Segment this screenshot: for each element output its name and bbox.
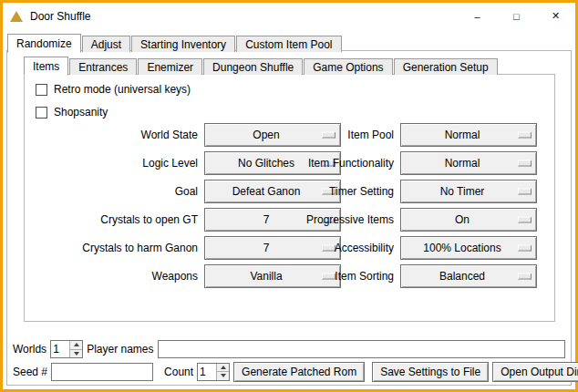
retro-mode-row: Retro mode (universal keys): [36, 82, 191, 97]
inner-tab-bar: Items Entrances Enemizer Dungeon Shuffle…: [24, 56, 499, 75]
count-input[interactable]: [198, 364, 216, 380]
player-names-label: Player names: [87, 343, 153, 356]
maximize-button[interactable]: □: [497, 3, 536, 29]
count-spinner: [197, 363, 230, 381]
option-row: Logic Level No Glitches Item Functionali…: [25, 151, 554, 175]
window-title: Door Shuffle: [30, 10, 91, 23]
worlds-spin-up-button[interactable]: [69, 341, 82, 349]
close-button[interactable]: ✕: [536, 3, 575, 29]
dropdown-indicator-icon: [518, 245, 532, 252]
worlds-row: Worlds Player names: [11, 339, 567, 359]
accessibility-dropdown[interactable]: 100% Locations: [400, 236, 537, 260]
randomize-pane: Items Entrances Enemizer Dungeon Shuffle…: [6, 50, 572, 386]
shopsanity-checkbox[interactable]: [36, 107, 47, 119]
outer-tab-bar: Randomize Adjust Starting Inventory Cust…: [7, 33, 343, 52]
maximize-icon: □: [513, 11, 520, 22]
option-row: World State Open Item Pool Normal: [25, 123, 554, 147]
timer-setting-dropdown[interactable]: No Timer: [400, 180, 537, 203]
retro-mode-label: Retro mode (universal keys): [54, 83, 191, 96]
world-state-label: World State: [25, 123, 198, 147]
seed-input[interactable]: [51, 363, 153, 381]
open-output-directory-button[interactable]: Open Output Directory: [492, 362, 578, 382]
option-row: Crystals to harm Ganon 7 Accessibility 1…: [25, 236, 554, 260]
spin-up-icon: [74, 343, 79, 346]
tab-custom-item-pool[interactable]: Custom Item Pool: [236, 36, 341, 52]
count-spin-up-button[interactable]: [216, 364, 229, 372]
seed-row: Seed # Count Generate Patched Rom Save S…: [11, 361, 567, 382]
accessibility-label: Accessibility: [221, 236, 394, 260]
worlds-spinner: [50, 340, 83, 358]
app-icon: [9, 10, 24, 23]
item-sorting-label: Item Sorting: [221, 264, 394, 288]
dropdown-indicator-icon: [518, 160, 532, 167]
tab-game-options[interactable]: Game Options: [304, 58, 392, 75]
app-window: Door Shuffle – □ ✕ Randomize Adjust Star…: [0, 0, 578, 392]
item-pool-label: Item Pool: [221, 123, 394, 147]
tab-items[interactable]: Items: [24, 57, 68, 76]
close-icon: ✕: [552, 10, 560, 22]
titlebar: Door Shuffle – □ ✕: [3, 3, 575, 29]
item-sorting-dropdown[interactable]: Balanced: [400, 264, 537, 288]
item-functionality-dropdown[interactable]: Normal: [400, 151, 537, 175]
item-functionality-value: Normal: [445, 157, 493, 170]
dropdown-indicator-icon: [518, 217, 532, 223]
generate-patched-rom-button[interactable]: Generate Patched Rom: [233, 362, 365, 382]
save-settings-button[interactable]: Save Settings to File: [372, 362, 489, 382]
option-row: Crystals to open GT 7 Progressive Items …: [25, 208, 554, 232]
tab-randomize[interactable]: Randomize: [7, 34, 81, 53]
window-controls: – □ ✕: [458, 3, 575, 29]
dropdown-indicator-icon: [518, 189, 532, 195]
dropdown-indicator-icon: [518, 132, 532, 139]
dropdown-indicator-icon: [518, 273, 532, 280]
shopsanity-row: Shopsanity: [36, 105, 108, 119]
tab-generation-setup[interactable]: Generation Setup: [394, 58, 498, 75]
goal-label: Goal: [25, 180, 198, 203]
accessibility-value: 100% Locations: [423, 242, 513, 254]
timer-setting-label: Timer Setting: [221, 180, 394, 203]
tab-enemizer[interactable]: Enemizer: [138, 58, 202, 75]
count-spin-down-button[interactable]: [216, 371, 229, 380]
worlds-input[interactable]: [51, 341, 69, 357]
crystals-harm-ganon-label: Crystals to harm Ganon: [25, 236, 198, 260]
spin-down-icon: [74, 352, 79, 356]
progressive-items-value: On: [455, 213, 482, 226]
player-names-input[interactable]: [158, 340, 566, 358]
seed-label: Seed #: [13, 366, 47, 378]
tab-starting-inventory[interactable]: Starting Inventory: [131, 36, 235, 52]
spin-down-icon: [221, 374, 226, 377]
progressive-items-label: Progressive Items: [221, 208, 394, 232]
tab-entrances[interactable]: Entrances: [69, 58, 137, 75]
tab-dungeon-shuffle[interactable]: Dungeon Shuffle: [203, 58, 303, 75]
item-functionality-label: Item Functionality: [221, 151, 394, 175]
tab-adjust[interactable]: Adjust: [82, 36, 130, 52]
progressive-items-dropdown[interactable]: On: [400, 208, 537, 232]
item-sorting-value: Balanced: [439, 270, 498, 283]
spin-up-icon: [221, 366, 226, 369]
worlds-label: Worlds: [13, 343, 46, 356]
crystals-open-gt-label: Crystals to open GT: [25, 208, 198, 232]
shopsanity-label: Shopsanity: [54, 106, 108, 119]
item-pool-value: Normal: [445, 129, 493, 141]
retro-mode-checkbox[interactable]: [36, 84, 47, 96]
weapons-label: Weapons: [25, 264, 198, 288]
item-pool-dropdown[interactable]: Normal: [400, 123, 537, 147]
logic-level-label: Logic Level: [25, 151, 198, 175]
minimize-button[interactable]: –: [458, 3, 497, 29]
minimize-icon: –: [474, 11, 480, 22]
count-label: Count: [164, 366, 193, 378]
option-row: Weapons Vanilla Item Sorting Balanced: [25, 264, 554, 288]
window-client-area: Door Shuffle – □ ✕ Randomize Adjust Star…: [3, 3, 575, 389]
items-pane: Retro mode (universal keys) Shopsanity W…: [24, 74, 555, 322]
timer-setting-value: No Timer: [440, 185, 498, 198]
option-row: Goal Defeat Ganon Timer Setting No Timer: [25, 180, 554, 203]
worlds-spin-down-button[interactable]: [69, 349, 82, 358]
